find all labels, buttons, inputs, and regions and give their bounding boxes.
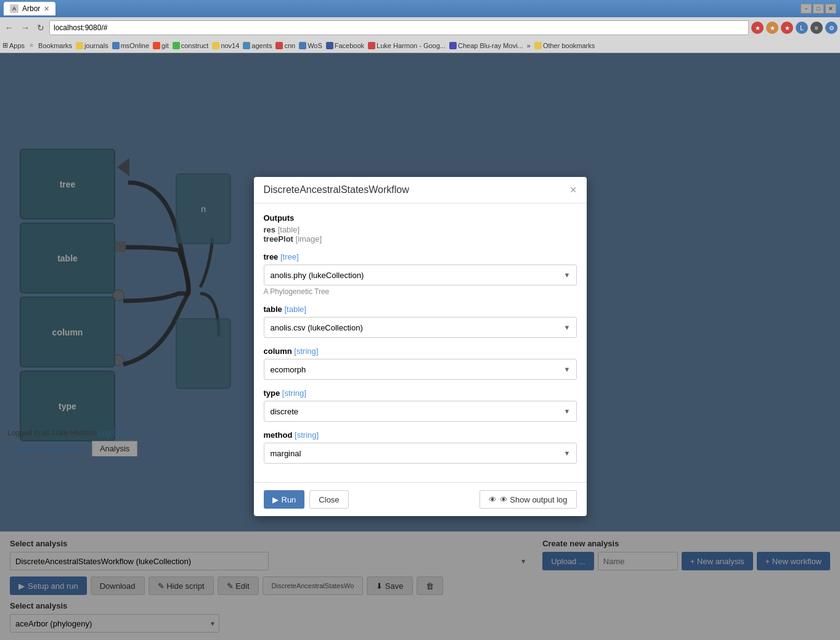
output-treeplot-type: [image] <box>296 234 322 244</box>
modal-close-button[interactable]: × <box>570 184 577 195</box>
bm-construct-label: construct <box>181 42 209 49</box>
output-log-label: 👁 Show output log <box>500 495 568 504</box>
tree-select-wrapper: anolis.phy (lukeCollection) ▼ <box>264 265 577 285</box>
bm-agents-label: agents <box>251 42 272 49</box>
bm-bookmarks[interactable]: Bookmarks <box>38 42 72 49</box>
back-button[interactable]: ← <box>2 22 16 34</box>
bm-bluray-label: Cheap Blu-ray Movi... <box>458 42 523 49</box>
type-field-name: type <box>264 388 280 398</box>
outputs-section: Outputs res [table] treePlot [image] <box>264 213 577 244</box>
nav-icon-5: ≡ <box>810 22 823 34</box>
bm-lukeharmon-label: Luke Harmon - Goog... <box>377 42 446 49</box>
bm-facebook[interactable]: Facebook <box>326 42 364 49</box>
nav-bar: ← → ↻ ★ ★ ★ L ≡ ⚙ <box>0 17 840 38</box>
maximize-btn[interactable]: □ <box>813 4 824 14</box>
field-column: column [string] ecomorph ▼ <box>264 347 577 380</box>
bm-nov14[interactable]: nov14 <box>212 42 239 49</box>
tree-label: tree [tree] <box>264 252 577 261</box>
bm-cnn[interactable]: cnn <box>275 42 295 49</box>
bm-apps-icon: ⊞ <box>2 41 8 49</box>
table-field-type: [table] <box>284 305 306 314</box>
bm-bookmarks-label: Bookmarks <box>38 42 72 49</box>
bm-git[interactable]: git <box>153 42 169 49</box>
column-field-type: [string] <box>294 347 318 356</box>
bm-cnn-label: cnn <box>284 42 295 49</box>
bm-msonline[interactable]: msOnline <box>112 42 149 49</box>
method-field-name: method <box>264 430 293 440</box>
modal-title: DiscreteAncestralStatesWorkflow <box>264 184 409 195</box>
tree-select[interactable]: anolis.phy (lukeCollection) <box>264 265 577 285</box>
type-select-wrapper: discrete ▼ <box>264 401 577 422</box>
column-select-wrapper: ecomorph ▼ <box>264 359 577 380</box>
field-type: type [string] discrete ▼ <box>264 388 577 422</box>
type-label: type [string] <box>264 388 577 398</box>
bm-wos[interactable]: WoS <box>299 42 322 49</box>
bm-more-label: » <box>527 42 531 49</box>
show-output-log-button[interactable]: 👁 👁 Show output log <box>479 490 577 509</box>
nav-icon-3: ★ <box>781 22 793 34</box>
tree-hint: A Phylogenetic Tree <box>264 287 577 296</box>
method-select[interactable]: marginal <box>264 443 577 464</box>
run-button[interactable]: ▶ Run <box>264 490 305 509</box>
nav-icon-6: ⚙ <box>825 22 838 34</box>
refresh-button[interactable]: ↻ <box>35 22 47 34</box>
modal-body: Outputs res [table] treePlot [image] tre… <box>254 203 587 482</box>
type-select[interactable]: discrete <box>264 401 577 422</box>
browser-chrome: A Arbor ✕ − □ ✕ ← → ↻ ★ ★ ★ L ≡ ⚙ ⊞ Apps… <box>0 0 840 53</box>
field-table: table [table] anolis.csv (lukeCollection… <box>264 305 577 338</box>
modal-dialog: DiscreteAncestralStatesWorkflow × Output… <box>254 177 587 516</box>
column-field-name: column <box>264 347 292 356</box>
bm-more[interactable]: » <box>527 42 531 49</box>
tab-title: Arbor <box>22 4 40 13</box>
output-treeplot: treePlot [image] <box>264 234 577 244</box>
bm-journals-label: journals <box>84 42 108 49</box>
column-label: column [string] <box>264 347 577 356</box>
bm-other[interactable]: Other bookmarks <box>534 42 595 49</box>
bm-bluray[interactable]: Cheap Blu-ray Movi... <box>449 42 523 49</box>
bm-git-label: git <box>161 42 169 49</box>
bm-apps[interactable]: ⊞ Apps <box>2 41 25 49</box>
close-button[interactable]: Close <box>309 490 348 509</box>
bm-agents[interactable]: agents <box>243 42 272 49</box>
run-icon: ▶ <box>272 495 279 504</box>
forward-button[interactable]: → <box>18 22 32 34</box>
field-method: method [string] marginal ▼ <box>264 430 577 464</box>
tab-favicon: A <box>10 4 18 13</box>
method-select-wrapper: marginal ▼ <box>264 443 577 464</box>
url-bar[interactable] <box>49 20 749 35</box>
run-label: Run <box>282 495 296 504</box>
table-select-wrapper: anolis.csv (lukeCollection) ▼ <box>264 317 577 338</box>
bm-journals[interactable]: journals <box>76 42 108 49</box>
bookmarks-bar: ⊞ Apps ★ Bookmarks journals msOnline git… <box>0 38 840 53</box>
nav-icon-2: ★ <box>766 22 778 34</box>
bm-apps-label: Apps <box>9 42 25 49</box>
type-field-type: [string] <box>282 388 306 398</box>
close-btn[interactable]: ✕ <box>825 4 836 14</box>
bm-wos-label: WoS <box>308 42 322 49</box>
tree-field-name: tree <box>264 252 279 261</box>
modal-header: DiscreteAncestralStatesWorkflow × <box>254 177 587 203</box>
minimize-btn[interactable]: − <box>801 4 812 14</box>
method-field-type: [string] <box>295 430 319 440</box>
page-content: tree table column type n Logged in as Lu… <box>0 53 840 640</box>
tree-field-type: [tree] <box>280 252 299 261</box>
table-label: table [table] <box>264 305 577 314</box>
modal-overlay: DiscreteAncestralStatesWorkflow × Output… <box>0 53 840 640</box>
eye-icon: 👁 <box>489 495 497 504</box>
modal-footer-left: ▶ Run Close <box>264 490 349 509</box>
output-res-type: [table] <box>278 225 300 234</box>
tab-close-icon[interactable]: ✕ <box>44 5 49 13</box>
nav-icon-1: ★ <box>751 22 764 34</box>
bm-lukeharmon[interactable]: Luke Harmon - Goog... <box>368 42 446 49</box>
bm-facebook-label: Facebook <box>335 42 364 49</box>
column-select[interactable]: ecomorph <box>264 359 577 380</box>
output-res-name: res <box>264 225 276 234</box>
nav-icon-4: L <box>796 22 808 34</box>
output-treeplot-name: treePlot <box>264 234 293 244</box>
modal-footer: ▶ Run Close 👁 👁 Show output log <box>254 482 587 516</box>
bm-construct[interactable]: construct <box>173 42 209 49</box>
output-res: res [table] <box>264 225 577 234</box>
browser-tab[interactable]: A Arbor ✕ <box>4 2 55 15</box>
field-tree: tree [tree] anolis.phy (lukeCollection) … <box>264 252 577 296</box>
table-select[interactable]: anolis.csv (lukeCollection) <box>264 317 577 338</box>
